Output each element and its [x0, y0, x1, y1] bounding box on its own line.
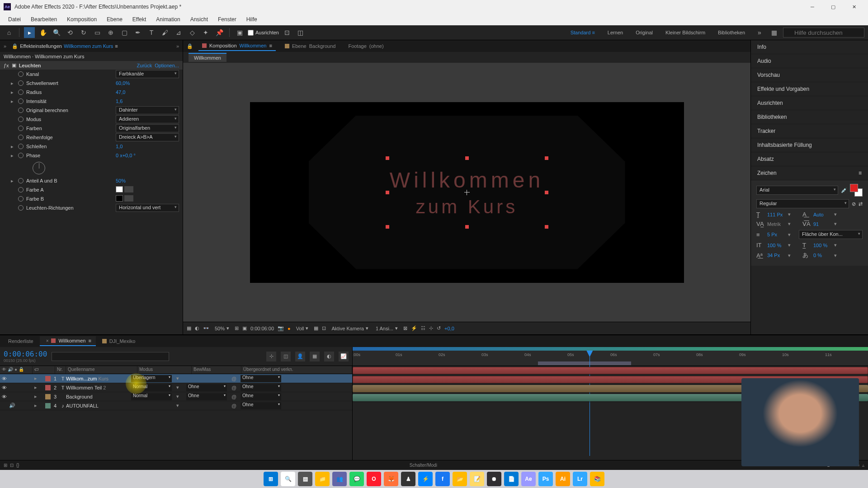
tracking-input[interactable]: 91 [813, 221, 831, 227]
font-size-input[interactable]: 111 Px [767, 212, 785, 217]
effect-options-link[interactable]: Optionen... [155, 63, 179, 68]
menu-bearbeiten[interactable]: Bearbeiten [26, 14, 61, 24]
comp-tab-background[interactable]: Ebene Background [281, 42, 340, 51]
clone-tool[interactable]: ⊿ [173, 27, 184, 38]
expand-icon[interactable]: ▸ [34, 375, 37, 381]
visibility-toggle[interactable]: 👁 [0, 385, 8, 390]
stopwatch-icon[interactable] [18, 89, 24, 95]
trkmat-dropdown[interactable]: Ohne [186, 384, 227, 391]
label-color[interactable] [45, 376, 51, 381]
expand-icon[interactable]: ▸ [34, 385, 37, 390]
grid-icon[interactable]: ▦ [314, 325, 318, 331]
font-style-dropdown[interactable]: Regular [756, 199, 849, 208]
zoom-tool[interactable]: 🔍 [51, 27, 62, 38]
character-panel-header[interactable]: Zeichen≡ [751, 166, 868, 180]
prop-dropdown[interactable]: Dahinter [116, 106, 179, 114]
pen-tool[interactable]: ✒ [132, 27, 143, 38]
layer-row[interactable]: 👁 ▸ 2 T Willkommen Teil 2 Normal ▾ Ohne … [0, 383, 352, 392]
workspace-standard[interactable]: Standard ≡ [565, 28, 600, 37]
visibility-toggle[interactable]: 👁 [0, 394, 8, 399]
parent-dropdown[interactable]: Ohne [241, 402, 281, 409]
taskbar-messenger-icon[interactable]: ⚡ [418, 472, 433, 486]
panel-vorschau[interactable]: Vorschau [751, 68, 868, 82]
menu-effekt[interactable]: Effekt [128, 14, 151, 24]
parent-dropdown[interactable]: Ohne [241, 393, 281, 400]
layer-name[interactable]: Willkom...zum Kurs [66, 376, 129, 381]
hand-tool[interactable]: ✋ [38, 27, 48, 38]
font-family-dropdown[interactable]: Arial [756, 186, 838, 195]
stopwatch-icon[interactable] [18, 205, 24, 211]
col-parent[interactable]: Übergeordnet und verkn. [241, 366, 352, 374]
layer-search-input[interactable] [52, 352, 169, 361]
zoom-dropdown[interactable]: 50% ▾ [213, 325, 231, 331]
taskbar-windows-icon[interactable]: ⊞ [264, 472, 278, 486]
col-mode[interactable]: Modus [137, 366, 192, 374]
prop-dropdown[interactable]: Originalfarben [116, 124, 179, 132]
stopwatch-icon[interactable] [18, 99, 24, 104]
workspace-lernen[interactable]: Lernen [602, 28, 628, 37]
effect-header[interactable]: ƒx ▣ Leuchten Zurück Optionen... [0, 61, 183, 70]
prop-value[interactable]: 47,0 [116, 89, 179, 95]
stopwatch-icon[interactable] [18, 144, 24, 149]
menu-komposition[interactable]: Komposition [62, 14, 101, 24]
selection-handle[interactable] [545, 156, 548, 160]
draft-3d-icon[interactable]: ◫ [281, 352, 291, 361]
snap-opt2-icon[interactable]: ◫ [295, 27, 306, 38]
comp-tab-willkommen[interactable]: Komposition Willkommen ≡ [198, 41, 276, 51]
expand-icon[interactable]: ▸ [11, 89, 15, 95]
trkmat-toggle-icon[interactable]: ▾ [175, 385, 184, 390]
current-timecode[interactable]: 0:00:06:00 [4, 350, 47, 358]
flowchart-tab[interactable]: Willkommen [189, 53, 226, 62]
audio-column-icon[interactable]: 🔊 [8, 367, 13, 373]
selection-handle[interactable] [386, 225, 389, 229]
taskbar-explorer-icon[interactable]: 📁 [315, 472, 330, 486]
brace-icon[interactable]: {} [16, 463, 19, 468]
fast-preview-icon[interactable]: ⚡ [411, 325, 417, 331]
trkmat-toggle-icon[interactable]: ▾ [175, 375, 184, 381]
stopwatch-icon[interactable] [18, 196, 24, 202]
tsume-input[interactable]: 0 % [813, 253, 831, 258]
selection-handle[interactable] [386, 191, 389, 194]
frame-blend-icon[interactable]: ▦ [310, 352, 320, 361]
stopwatch-icon[interactable] [18, 187, 24, 192]
help-search-input[interactable] [783, 28, 864, 38]
timeline-tab-renderliste[interactable]: Renderliste [4, 337, 38, 346]
tab-menu-icon[interactable]: ≡ [88, 338, 91, 343]
rotate-tool[interactable]: ↻ [78, 27, 89, 38]
menu-fenster[interactable]: Fenster [213, 14, 241, 24]
label-color[interactable] [45, 403, 51, 408]
taskbar-tasks-icon[interactable]: ▤ [298, 472, 312, 486]
selection-handle[interactable] [465, 225, 469, 229]
pan-behind-tool[interactable]: ⊕ [105, 27, 116, 38]
minimize-button[interactable]: ─ [802, 0, 823, 14]
timeline-icon[interactable]: ☷ [421, 325, 425, 331]
channel-icon[interactable]: ● [288, 326, 291, 331]
eye-column-icon[interactable]: 👁 [2, 367, 6, 373]
prop-value[interactable]: 1,6 [116, 99, 179, 104]
kerning-input[interactable]: Metrik [767, 221, 785, 227]
resolution-icon[interactable]: ⊞ [235, 325, 239, 331]
taskbar-notes-icon[interactable]: 📝 [470, 472, 484, 486]
panel-inhaltsbasierte-füllung[interactable]: Inhaltsbasierte Füllung [751, 138, 868, 152]
comp-mini-flowchart-icon[interactable]: ⊹ [266, 352, 276, 361]
taskbar-ps-icon[interactable]: Ps [538, 472, 553, 486]
shape-tool[interactable]: ▢ [119, 27, 130, 38]
expand-icon[interactable]: ▸ [11, 178, 15, 184]
no-fill-icon[interactable]: ⊘ [852, 201, 856, 207]
trkmat-toggle-icon[interactable]: ▾ [175, 403, 184, 408]
leading-input[interactable]: Auto [813, 212, 831, 217]
selection-handle[interactable] [545, 191, 548, 194]
resolution-dropdown[interactable]: Voll ▾ [294, 325, 311, 331]
baseline-input[interactable]: 34 Px [767, 253, 785, 258]
taskbar-teams-icon[interactable]: 👥 [332, 472, 347, 486]
reset-exposure-icon[interactable]: ↺ [437, 325, 441, 331]
puppet-tool[interactable]: 📌 [214, 27, 225, 38]
expand-icon[interactable]: ▸ [11, 99, 15, 104]
pickwhip-icon[interactable]: @ [230, 394, 239, 399]
track-row[interactable] [353, 366, 868, 375]
flowchart-icon[interactable]: ⊹ [429, 325, 433, 331]
prop-value[interactable]: 60,0% [116, 80, 179, 86]
taskbar-ae-icon[interactable]: Ae [521, 472, 536, 486]
stopwatch-icon[interactable] [18, 117, 24, 122]
mask-icon[interactable]: ◐ [195, 325, 199, 331]
